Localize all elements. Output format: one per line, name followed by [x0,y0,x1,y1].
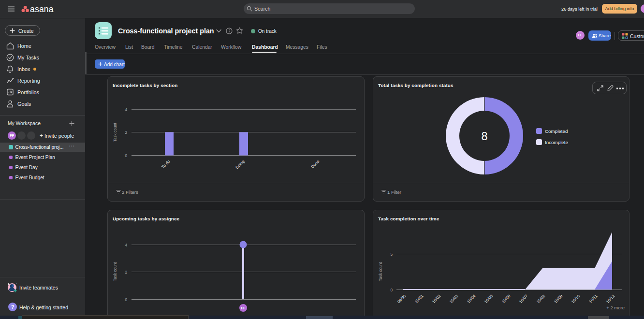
svg-text:2: 2 [125,130,127,135]
svg-text:4: 4 [125,243,127,247]
svg-text:8: 8 [481,130,487,143]
svg-text:Task count: Task count [113,122,117,142]
svg-text:To do: To do [161,159,171,170]
svg-text:+ 2 more: + 2 more [606,305,625,310]
svg-text:Doing: Doing [234,159,246,170]
svg-text:09/30: 09/30 [396,293,407,304]
svg-text:Task count: Task count [379,262,383,281]
svg-text:0: 0 [390,288,393,292]
svg-text:10/09: 10/09 [553,293,564,304]
svg-text:10/01: 10/01 [414,293,424,304]
svg-text:4: 4 [125,108,127,112]
svg-text:Incomplete: Incomplete [545,140,568,145]
svg-text:10/11: 10/11 [588,293,599,304]
svg-text:5: 5 [390,252,393,257]
svg-text:10/04: 10/04 [466,293,477,304]
svg-text:Completed: Completed [545,129,568,134]
svg-text:10/10: 10/10 [571,293,581,304]
svg-text:FF: FF [241,306,246,310]
svg-text:10/03: 10/03 [449,293,459,304]
svg-text:Done: Done [310,159,320,169]
svg-text:0: 0 [125,154,127,158]
svg-text:Task count: Task count [113,262,117,281]
svg-text:10/12: 10/12 [605,293,616,304]
svg-text:10/07: 10/07 [518,293,529,304]
svg-text:0: 0 [125,298,127,302]
svg-text:10/05: 10/05 [483,293,494,304]
svg-text:2: 2 [125,270,127,275]
svg-text:10/02: 10/02 [431,293,442,304]
svg-text:10/06: 10/06 [501,293,512,304]
svg-text:10/08: 10/08 [536,293,546,304]
